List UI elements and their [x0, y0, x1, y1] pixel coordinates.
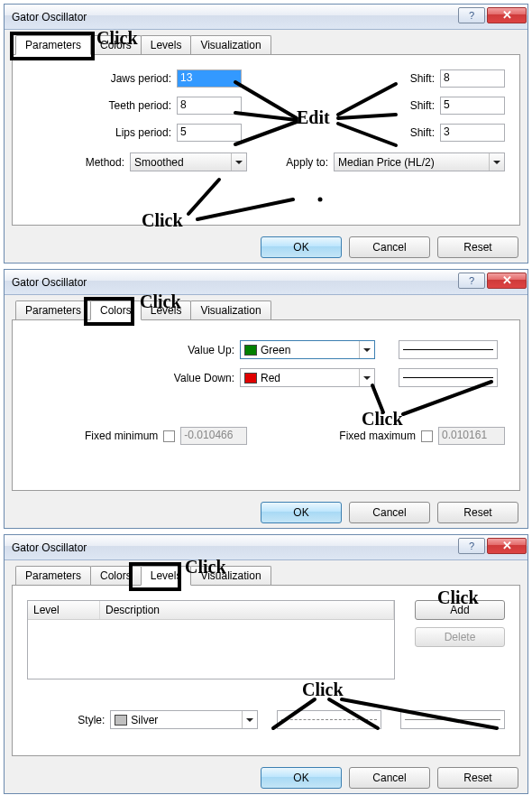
dialog-levels: Gator Oscillator ? ✕ Parameters Colors L… [4, 534, 528, 794]
style-color-text: Silver [131, 714, 158, 726]
dialog-colors: Gator Oscillator ? ✕ Parameters Colors L… [4, 269, 528, 529]
window-title: Gator Oscillator [12, 11, 458, 23]
tab-parameters[interactable]: Parameters [15, 566, 91, 585]
close-button[interactable]: ✕ [487, 538, 527, 554]
value-down-color-combo[interactable]: Red [240, 368, 375, 387]
lips-period-input[interactable]: 5 [177, 124, 242, 142]
tab-parameters[interactable]: Parameters [15, 300, 91, 319]
tabstrip: Parameters Colors Levels Visualization [5, 295, 527, 319]
window-title: Gator Oscillator [12, 541, 458, 554]
line-sample [405, 719, 500, 720]
teeth-shift-label: Shift: [399, 99, 435, 112]
dialog-parameters: Gator Oscillator ? ✕ Parameters Colors L… [4, 4, 528, 263]
tab-colors[interactable]: Colors [90, 300, 142, 320]
close-button[interactable]: ✕ [487, 7, 527, 23]
chevron-down-icon [242, 711, 257, 728]
add-button[interactable]: Add [415, 600, 505, 620]
window-title: Gator Oscillator [12, 276, 458, 289]
tab-visualization[interactable]: Visualization [190, 35, 271, 54]
titlebar: Gator Oscillator ? ✕ [5, 270, 527, 295]
dialog-buttons: OK Cancel Reset [5, 233, 527, 267]
style-label: Style: [27, 714, 105, 726]
lips-shift-input[interactable]: 3 [440, 124, 505, 142]
line-sample [403, 349, 493, 350]
apply-to-label: Apply to: [286, 156, 328, 169]
help-button[interactable]: ? [458, 273, 485, 289]
cancel-button[interactable]: Cancel [349, 236, 430, 258]
reset-button[interactable]: Reset [437, 236, 518, 258]
cancel-button[interactable]: Cancel [349, 767, 430, 789]
panel-parameters: Jaws period: 13 Shift: 8 Teeth period: 8… [12, 54, 520, 226]
close-button[interactable]: ✕ [487, 273, 527, 289]
method-combo-value: Smoothed [134, 156, 184, 169]
apply-to-combo-value: Median Price (HL/2) [338, 156, 435, 169]
color-swatch-red [244, 373, 257, 384]
chevron-down-icon [489, 153, 504, 171]
value-down-line-style-combo[interactable] [399, 368, 498, 387]
jaws-shift-label: Shift: [399, 72, 435, 85]
lips-shift-label: Shift: [399, 126, 435, 139]
teeth-period-label: Teeth period: [27, 99, 171, 112]
value-up-label: Value Up: [27, 344, 234, 356]
cancel-button[interactable]: Cancel [349, 502, 430, 523]
tab-visualization[interactable]: Visualization [190, 300, 271, 319]
color-swatch-silver [115, 715, 127, 726]
fixed-minimum-checkbox[interactable] [163, 430, 175, 442]
lips-period-label: Lips period: [27, 126, 171, 139]
fixed-minimum-label: Fixed minimum [85, 430, 158, 442]
tab-visualization[interactable]: Visualization [190, 566, 271, 585]
col-description[interactable]: Description [100, 601, 394, 619]
titlebar: Gator Oscillator ? ✕ [5, 5, 527, 30]
style-color-combo[interactable]: Silver [110, 710, 257, 729]
reset-button[interactable]: Reset [437, 502, 518, 523]
style-line-pattern-combo[interactable] [277, 710, 381, 729]
delete-button[interactable]: Delete [415, 627, 505, 647]
jaws-shift-input[interactable]: 8 [440, 69, 505, 88]
color-swatch-green [244, 345, 257, 356]
line-sample [403, 377, 493, 378]
tabstrip: Parameters Colors Levels Visualization [5, 30, 527, 54]
tab-levels[interactable]: Levels [141, 35, 192, 54]
fixed-minimum-input[interactable]: -0.010466 [180, 427, 247, 445]
line-sample [281, 719, 377, 720]
tabstrip: Parameters Colors Levels Visualization [5, 560, 527, 585]
col-level[interactable]: Level [28, 601, 100, 619]
tab-parameters[interactable]: Parameters [15, 35, 91, 55]
chevron-down-icon [359, 341, 374, 358]
tab-colors[interactable]: Colors [90, 35, 142, 54]
value-up-color-combo[interactable]: Green [240, 340, 375, 359]
jaws-period-label: Jaws period: [27, 72, 171, 85]
apply-to-combo[interactable]: Median Price (HL/2) [334, 153, 505, 171]
method-label: Method: [27, 156, 124, 169]
value-down-label: Value Down: [27, 372, 234, 384]
tab-levels[interactable]: Levels [141, 566, 192, 586]
fixed-maximum-input[interactable]: 0.010161 [438, 427, 505, 445]
value-down-color-text: Red [261, 372, 280, 384]
tab-levels[interactable]: Levels [141, 300, 192, 319]
ok-button[interactable]: OK [261, 236, 342, 258]
teeth-period-input[interactable]: 8 [177, 97, 242, 115]
panel-colors: Value Up: Green Value Down: Red [12, 319, 520, 491]
style-line-width-combo[interactable] [400, 710, 505, 729]
levels-listbox[interactable]: Level Description [27, 600, 395, 679]
chevron-down-icon [231, 153, 246, 171]
fixed-maximum-label: Fixed maximum [339, 430, 416, 442]
fixed-maximum-checkbox[interactable] [421, 430, 433, 442]
dialog-buttons: OK Cancel Reset [5, 498, 527, 532]
value-up-color-text: Green [261, 344, 290, 356]
jaws-period-input[interactable]: 13 [177, 69, 242, 88]
value-up-line-style-combo[interactable] [399, 340, 498, 359]
panel-levels: Level Description Add Delete Style: Silv… [12, 585, 520, 756]
help-button[interactable]: ? [458, 538, 485, 554]
ok-button[interactable]: OK [261, 767, 342, 789]
help-button[interactable]: ? [458, 7, 485, 23]
tab-colors[interactable]: Colors [90, 566, 142, 585]
levels-list-header: Level Description [28, 601, 394, 620]
dialog-buttons: OK Cancel Reset [5, 763, 527, 795]
chevron-down-icon [359, 369, 374, 386]
method-combo[interactable]: Smoothed [130, 153, 247, 171]
ok-button[interactable]: OK [261, 502, 342, 523]
teeth-shift-input[interactable]: 5 [440, 97, 505, 115]
reset-button[interactable]: Reset [437, 767, 518, 789]
titlebar: Gator Oscillator ? ✕ [5, 535, 527, 560]
